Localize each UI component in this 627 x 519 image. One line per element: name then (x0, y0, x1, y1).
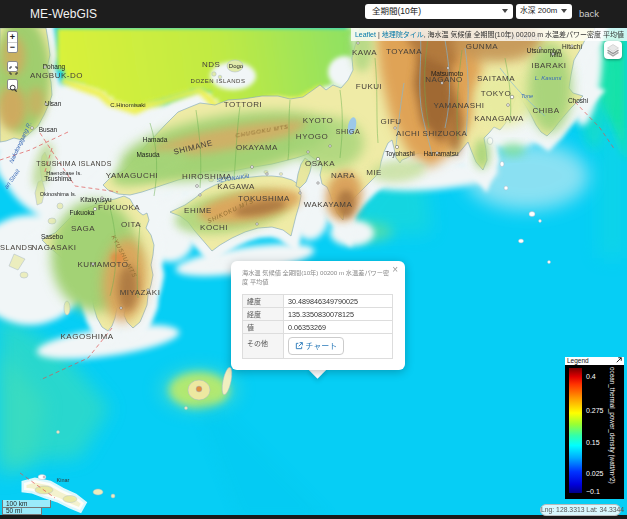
svg-text:SHIZUOKA: SHIZUOKA (423, 129, 468, 138)
svg-text:GIFU: GIFU (380, 117, 401, 126)
svg-text:Sasebo: Sasebo (41, 233, 63, 240)
svg-text:HYOGO: HYOGO (296, 132, 328, 141)
svg-text:MIE: MIE (366, 168, 382, 177)
svg-text:TOYAMA: TOYAMA (386, 47, 422, 56)
svg-text:FUKUI: FUKUI (356, 82, 383, 91)
svg-text:OKAYAMA: OKAYAMA (236, 143, 278, 152)
svg-text:MIYAZAKI: MIYAZAKI (120, 288, 161, 297)
svg-text:WAKAYAMA: WAKAYAMA (304, 200, 353, 209)
svg-text:C.Hinomisaki: C.Hinomisaki (110, 102, 145, 108)
svg-text:CHIBA: CHIBA (533, 106, 560, 115)
svg-text:KYOTO: KYOTO (303, 116, 333, 125)
svg-text:Kinar: Kinar (57, 477, 70, 483)
svg-text:SLANDS: SLANDS (0, 243, 33, 252)
svg-text:GUNMA: GUNMA (466, 42, 498, 51)
svg-text:TOTTORI: TOTTORI (224, 100, 262, 109)
svg-text:KUMAMOTO: KUMAMOTO (78, 260, 129, 269)
svg-text:NARA: NARA (331, 171, 355, 180)
svg-text:OSAKA: OSAKA (305, 159, 335, 168)
svg-text:SAITAMA: SAITAMA (477, 74, 515, 83)
svg-text:FUKUOKA: FUKUOKA (98, 203, 140, 212)
svg-text:Matsumoto: Matsumoto (431, 70, 464, 77)
svg-text:KAGAWA: KAGAWA (217, 182, 255, 191)
svg-text:EHIME: EHIME (184, 206, 212, 215)
svg-text:Tone: Tone (521, 93, 533, 99)
svg-text:Kitakyusyu: Kitakyusyu (80, 196, 112, 204)
svg-text:Dogo: Dogo (229, 63, 244, 69)
svg-text:Haenohase Is.: Haenohase Is. (46, 170, 82, 176)
svg-text:DOZEN ISLANDS: DOZEN ISLANDS (191, 78, 246, 84)
svg-text:KOCHI: KOCHI (200, 223, 228, 232)
svg-text:SAGA: SAGA (71, 224, 95, 233)
svg-text:NAGASAKI: NAGASAKI (32, 243, 77, 252)
svg-text:Tsushima: Tsushima (44, 175, 72, 182)
svg-text:SHIGA: SHIGA (336, 128, 360, 135)
svg-text:AICHI: AICHI (396, 129, 420, 138)
svg-text:TOKYO: TOKYO (481, 89, 511, 98)
svg-text:Toyohashi: Toyohashi (385, 150, 414, 158)
svg-text:YAMANASHI: YAMANASHI (433, 101, 484, 110)
svg-text:Hamada: Hamada (143, 136, 168, 143)
svg-text:Choshi: Choshi (568, 97, 588, 104)
svg-text:KANAGAWA: KANAGAWA (474, 114, 524, 123)
svg-text:IBARAKI: IBARAKI (531, 61, 566, 70)
svg-text:Hamamatsu: Hamamatsu (423, 150, 458, 157)
svg-text:Masuda: Masuda (136, 151, 160, 158)
svg-text:KAGOSHIMA: KAGOSHIMA (61, 332, 114, 341)
svg-text:Fukuoka: Fukuoka (70, 209, 95, 216)
svg-text:TSUSHIMA ISLANDS: TSUSHIMA ISLANDS (36, 160, 112, 167)
svg-text:L. Kasumi: L. Kasumi (535, 75, 562, 81)
svg-text:OITA: OITA (121, 220, 141, 229)
svg-text:Okinoshima Is.: Okinoshima Is. (40, 191, 77, 197)
svg-text:KAWA: KAWA (352, 48, 377, 57)
svg-text:ANGBUK-DO: ANGBUK-DO (30, 71, 83, 80)
svg-text:NDS: NDS (202, 60, 220, 69)
svg-text:Utsunomiya: Utsunomiya (527, 47, 562, 55)
svg-text:YAMAGUCHI: YAMAGUCHI (106, 171, 158, 180)
svg-text:Busan: Busan (39, 126, 58, 133)
